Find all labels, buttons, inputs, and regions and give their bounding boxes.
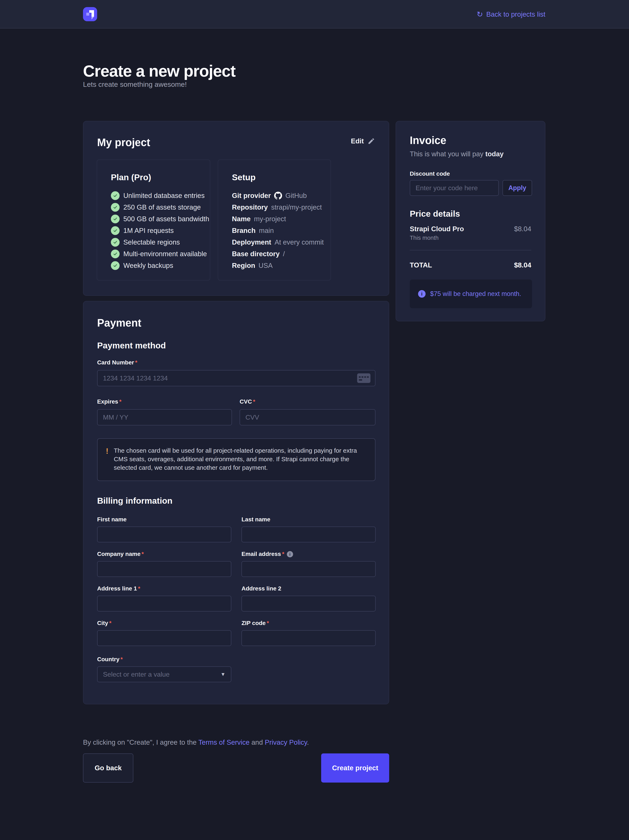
line-item-amount: $8.04 xyxy=(514,225,531,233)
back-to-projects-link[interactable]: ↻ Back to projects list xyxy=(477,0,545,28)
plan-feature-label: Multi-environment available xyxy=(123,250,207,258)
edit-project-button[interactable]: Edit xyxy=(351,137,375,145)
billing-field: ZIP code* xyxy=(241,620,376,646)
plan-feature-item: Weekly backups xyxy=(111,260,209,272)
cvc-label-text: CVC xyxy=(240,399,252,404)
required-marker: * xyxy=(109,620,112,626)
country-select[interactable]: Select or enter a value ▼ xyxy=(97,666,231,682)
line-item-period: This month xyxy=(410,235,439,241)
terms-suffix: . xyxy=(307,739,309,746)
check-icon xyxy=(111,261,120,270)
setup-row-label: Region xyxy=(232,262,255,270)
billing-information-title: Billing information xyxy=(97,497,172,505)
plan-feature-list: Unlimited database entries250 GB of asse… xyxy=(111,190,209,272)
plan-feature-label: Weekly backups xyxy=(123,262,173,270)
billing-field-input[interactable] xyxy=(97,527,231,542)
create-project-button[interactable]: Create project xyxy=(321,753,389,783)
billing-field: Address line 2 xyxy=(241,586,376,611)
expires-label-text: Expires xyxy=(97,399,118,404)
next-month-note: i $75 will be charged next month. xyxy=(410,279,532,308)
country-label-text: Country xyxy=(97,657,120,662)
card-number-input[interactable] xyxy=(97,370,375,386)
billing-field-input[interactable] xyxy=(97,561,231,577)
plan-feature-item: Selectable regions xyxy=(111,237,209,248)
edit-button-label: Edit xyxy=(351,137,364,145)
my-project-card: My project Edit Plan (Pro) Unlimited dat… xyxy=(83,121,389,296)
invoice-divider xyxy=(410,250,531,250)
strapi-logo-icon[interactable] xyxy=(83,7,97,21)
check-icon xyxy=(111,238,120,246)
setup-row: Namemy-project xyxy=(232,213,324,225)
billing-field-input[interactable] xyxy=(241,527,376,542)
plan-feature-label: 1M API requests xyxy=(123,227,174,235)
billing-field-input[interactable] xyxy=(97,630,231,646)
my-project-title: My project xyxy=(97,137,150,148)
billing-field-label-text: City xyxy=(97,620,108,626)
required-marker: * xyxy=(120,657,123,662)
apply-discount-button[interactable]: Apply xyxy=(503,180,532,196)
required-marker: * xyxy=(142,551,144,557)
line-item-name: Strapi Cloud Pro xyxy=(410,225,464,233)
setup-row-label: Deployment xyxy=(232,238,271,246)
billing-field-input[interactable] xyxy=(241,561,376,577)
billing-field-input[interactable] xyxy=(97,596,231,611)
terms-middle: and xyxy=(250,739,265,746)
setup-row-value: At every commit xyxy=(274,238,324,246)
billing-field-label-text: Email address xyxy=(241,551,281,557)
billing-field: Address line 1* xyxy=(97,586,231,611)
billing-field-label: City* xyxy=(97,620,231,626)
discount-code-input[interactable] xyxy=(410,180,499,196)
required-marker: * xyxy=(119,399,121,404)
plan-feature-label: 250 GB of assets storage xyxy=(123,203,201,211)
plan-feature-label: Unlimited database entries xyxy=(123,192,205,200)
page-subtitle: Lets create something awesome! xyxy=(83,81,187,88)
check-icon xyxy=(111,249,120,258)
card-number-field-wrap xyxy=(97,370,375,386)
billing-field-label: First name xyxy=(97,516,231,523)
billing-field: City* xyxy=(97,620,231,646)
country-field: Country* Select or enter a value ▼ xyxy=(97,657,231,682)
card-number-label: Card Number* xyxy=(97,360,137,365)
check-icon xyxy=(111,191,120,200)
setup-row-label: Repository xyxy=(232,203,268,211)
setup-title: Setup xyxy=(232,173,255,182)
credit-card-icon xyxy=(357,373,370,383)
email-info-icon[interactable]: i xyxy=(287,551,293,557)
country-label: Country* xyxy=(97,657,231,662)
plan-feature-item: 250 GB of assets storage xyxy=(111,202,209,213)
setup-row-list: Git providerGitHubRepositorystrapi/my-pr… xyxy=(232,190,324,272)
billing-field-label: ZIP code* xyxy=(241,620,376,626)
warning-icon: ! xyxy=(106,447,108,473)
billing-field-label: Last name xyxy=(241,516,376,523)
invoice-subtitle-prefix: This is what you will pay xyxy=(410,150,485,158)
billing-field-label: Email address*i xyxy=(241,551,376,557)
expires-input[interactable] xyxy=(97,409,232,425)
setup-row-label: Git provider xyxy=(232,192,271,200)
setup-summary-box: Setup Git providerGitHubRepositorystrapi… xyxy=(218,159,331,281)
billing-field: First name xyxy=(97,516,231,542)
go-back-button[interactable]: Go back xyxy=(83,753,133,783)
expires-label: Expires* xyxy=(97,399,121,404)
discount-code-label: Discount code xyxy=(410,171,450,177)
billing-field-label-text: First name xyxy=(97,516,127,523)
total-label: TOTAL xyxy=(410,261,432,269)
cvc-input[interactable] xyxy=(240,409,375,425)
billing-field-label: Address line 1* xyxy=(97,586,231,592)
card-number-label-text: Card Number xyxy=(97,360,134,365)
billing-field-input[interactable] xyxy=(241,630,376,646)
privacy-policy-link[interactable]: Privacy Policy xyxy=(265,739,307,746)
required-marker: * xyxy=(138,586,140,592)
billing-field-label-text: Company name xyxy=(97,551,140,557)
required-marker: * xyxy=(266,620,269,626)
billing-field-input[interactable] xyxy=(241,596,376,611)
setup-row-value: main xyxy=(259,227,274,235)
terms-of-service-link[interactable]: Terms of Service xyxy=(199,739,250,746)
setup-row: Base directory/ xyxy=(232,248,324,260)
plan-feature-label: Selectable regions xyxy=(123,238,180,246)
billing-field-label-text: Last name xyxy=(241,516,270,523)
invoice-subtitle: This is what you will pay today xyxy=(410,150,504,158)
setup-row-value: / xyxy=(283,250,285,258)
billing-field-label: Company name* xyxy=(97,551,231,557)
setup-row: Git providerGitHub xyxy=(232,190,324,202)
terms-agreement-text: By clicking on "Create", I agree to the … xyxy=(83,739,309,746)
